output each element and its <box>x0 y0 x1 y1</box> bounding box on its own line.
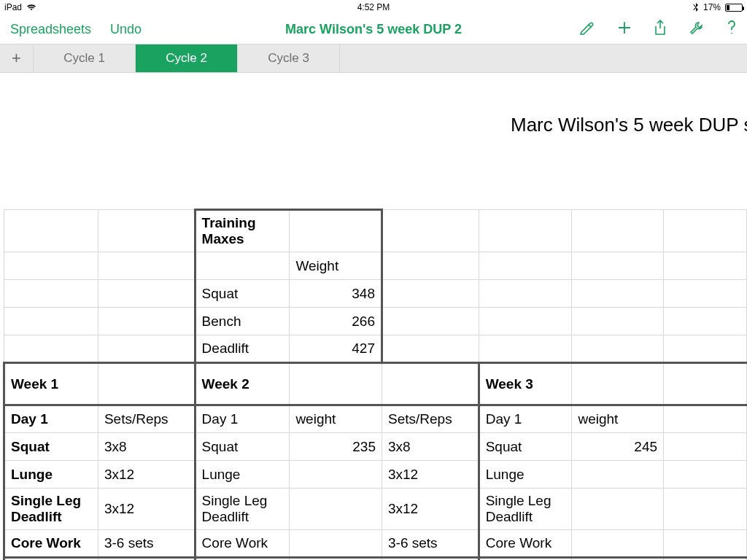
cell[interactable]: 3x8 <box>382 433 479 461</box>
cell-w3-weight[interactable]: weight <box>572 405 664 433</box>
tab-cycle-3[interactable]: Cycle 3 <box>238 44 340 72</box>
cell[interactable] <box>572 530 664 558</box>
cell[interactable]: 3x12 <box>98 489 195 530</box>
ios-status-bar: iPad 4:52 PM 17% <box>0 0 747 15</box>
cell-w2-sets[interactable]: Sets/Reps <box>382 405 479 433</box>
cell-tm-deadlift[interactable]: Deadlift <box>195 335 290 363</box>
device-label: iPad <box>4 2 22 12</box>
spreadsheet-table[interactable]: Training Maxes Weight Squat 348 Bench 26… <box>3 209 747 560</box>
wrench-icon[interactable] <box>689 20 705 38</box>
undo-button[interactable]: Undo <box>110 22 142 37</box>
cell[interactable] <box>290 461 382 489</box>
cell[interactable] <box>572 461 664 489</box>
cell[interactable]: 3-6 sets <box>382 530 479 558</box>
cell[interactable]: 245 <box>572 433 664 461</box>
cell[interactable]: 235 <box>290 433 382 461</box>
cell[interactable] <box>572 489 664 530</box>
spreadsheets-button[interactable]: Spreadsheets <box>10 22 91 37</box>
cell-week2[interactable]: Week 2 <box>195 363 290 405</box>
bluetooth-icon <box>693 3 699 12</box>
cell-tm-deadlift-val[interactable]: 427 <box>290 335 382 363</box>
share-icon[interactable] <box>654 20 667 39</box>
app-toolbar: Spreadsheets Undo Marc Wilson's 5 week D… <box>0 15 747 44</box>
cell[interactable]: Sets/Reps <box>98 558 195 561</box>
cell-w2-day1[interactable]: Day 1 <box>195 405 290 433</box>
cell-tm-squat-val[interactable]: 348 <box>290 280 382 308</box>
cell[interactable]: Core Work <box>479 530 572 558</box>
cell-w2-day2[interactable]: Day 2 <box>195 558 290 561</box>
cell-week1[interactable]: Week 1 <box>4 363 98 405</box>
document-title: Marc Wilson's 5 week DUP 2 <box>285 22 462 37</box>
cell-w1-sets[interactable]: Sets/Reps <box>98 405 195 433</box>
wifi-icon <box>26 4 36 11</box>
cell[interactable]: weight <box>290 558 382 561</box>
cell[interactable]: Lunge <box>4 461 98 489</box>
cell-w3-day1[interactable]: Day 1 <box>479 405 572 433</box>
cell-tm-squat[interactable]: Squat <box>195 280 290 308</box>
cell[interactable] <box>290 489 382 530</box>
cell-tm-bench[interactable]: Bench <box>195 308 290 335</box>
cell-week3[interactable]: Week 3 <box>479 363 572 405</box>
paint-icon[interactable] <box>579 20 595 38</box>
cell[interactable]: 3-6 sets <box>98 530 195 558</box>
clock: 4:52 PM <box>357 2 390 12</box>
cell-w2-weight[interactable]: weight <box>290 405 382 433</box>
cell-w1-day1[interactable]: Day 1 <box>4 405 98 433</box>
cell[interactable]: Lunge <box>479 461 572 489</box>
cell[interactable]: Sets/Reps <box>382 558 479 561</box>
sheet-tab-bar: + Cycle 1 Cycle 2 Cycle 3 <box>0 44 747 73</box>
tab-cycle-1[interactable]: Cycle 1 <box>34 44 136 72</box>
help-icon[interactable] <box>727 20 737 39</box>
tab-cycle-2[interactable]: Cycle 2 <box>136 44 238 72</box>
cell[interactable]: Squat <box>195 433 290 461</box>
cell[interactable] <box>290 530 382 558</box>
cell-tm-bench-val[interactable]: 266 <box>290 308 382 335</box>
cell-w1-day2[interactable]: Day 2 <box>4 558 98 561</box>
sheet-canvas[interactable]: Marc Wilson's 5 week DUP str Training Ma… <box>0 73 747 560</box>
sheet-title: Marc Wilson's 5 week DUP str <box>511 114 747 136</box>
cell[interactable]: Squat <box>4 433 98 461</box>
cell[interactable]: Single Leg Deadlift <box>479 489 572 530</box>
cell-training-maxes[interactable]: Training Maxes <box>195 210 290 252</box>
cell[interactable]: Single Leg Deadlift <box>4 489 98 530</box>
cell[interactable]: 3x12 <box>382 461 479 489</box>
cell[interactable]: Lunge <box>195 461 290 489</box>
cell[interactable]: weight <box>572 558 664 561</box>
plus-icon[interactable] <box>617 20 632 38</box>
battery-percent: 17% <box>703 2 721 12</box>
battery-icon <box>725 4 743 12</box>
cell[interactable]: 3x8 <box>98 433 195 461</box>
cell[interactable]: 3x12 <box>98 461 195 489</box>
cell-w3-day2[interactable]: Day 2 <box>479 558 572 561</box>
cell[interactable]: Core Work <box>195 530 290 558</box>
add-tab-button[interactable]: + <box>0 44 34 72</box>
cell[interactable]: 3x12 <box>382 489 479 530</box>
cell[interactable]: Core Work <box>4 530 98 558</box>
cell[interactable]: Squat <box>479 433 572 461</box>
cell-weight-header[interactable]: Weight <box>290 252 382 280</box>
cell[interactable]: Single Leg Deadlift <box>195 489 290 530</box>
